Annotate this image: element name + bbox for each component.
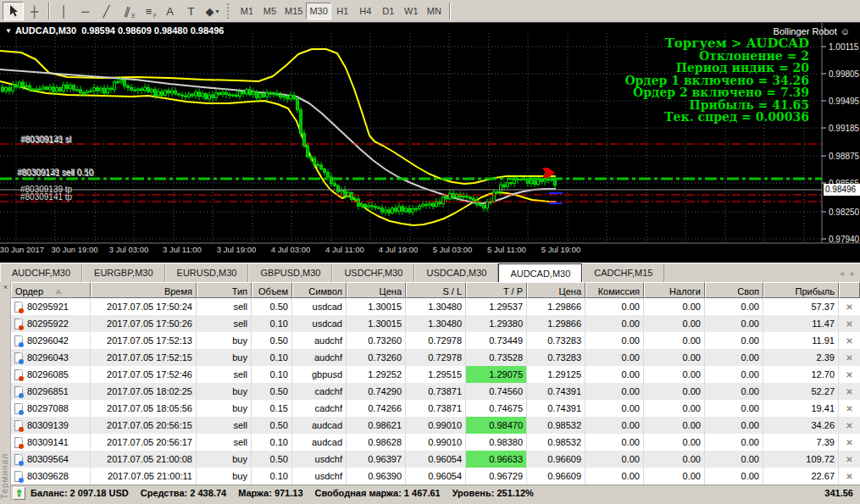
terminal-close-button[interactable]: × xyxy=(1,283,10,292)
close-order-button[interactable]: ✕ xyxy=(839,315,860,332)
chart-tab-gbpusd-m30[interactable]: GBPUSD,M30 xyxy=(248,263,332,282)
cell-taxes: 0.00 xyxy=(644,383,705,400)
close-order-button[interactable]: ✕ xyxy=(839,349,860,366)
cell-price: 0.98621 xyxy=(347,417,406,434)
ea-annotation-line: Торгуем > AUDCAD xyxy=(624,37,809,50)
timeframe-m15-button[interactable]: M15 xyxy=(281,3,306,19)
cursor-button[interactable] xyxy=(3,2,24,20)
column-header-sl[interactable]: S / L xyxy=(406,282,466,298)
cell-symbol: usdchf xyxy=(292,468,347,485)
order-row-80296085[interactable]: 802960852017.07.05 17:52:46sell0.10gbpus… xyxy=(11,366,860,383)
column-header-label: Цена xyxy=(380,286,402,296)
cell-swap: 0.00 xyxy=(705,332,763,349)
trendline-icon: ╱ xyxy=(103,5,110,18)
text-button[interactable]: A xyxy=(159,2,180,20)
close-order-button[interactable]: ✕ xyxy=(839,332,860,349)
cell-tp: 0.73528 xyxy=(466,349,527,366)
chart-tab-eurgbp-m30[interactable]: EURGBP,M30 xyxy=(82,263,165,282)
smiley-icon: ☺ xyxy=(841,26,850,36)
order-row-80296043[interactable]: 802960432017.07.05 17:52:15buy0.10audchf… xyxy=(11,349,860,366)
order-row-80309628[interactable]: 803096282017.07.05 21:00:11buy0.10usdchf… xyxy=(11,468,860,485)
tab-scroll-left-button[interactable]: ◂ xyxy=(840,269,844,278)
chart-tab-cadchf-m15[interactable]: CADCHF,M15 xyxy=(582,263,664,282)
order-row-80309139[interactable]: 803091392017.07.05 20:56:15sell0.50audca… xyxy=(11,417,860,434)
column-header-time[interactable]: Время xyxy=(91,282,197,298)
chart-tab-audcad-m30[interactable]: AUDCAD,M30 xyxy=(498,263,582,282)
vertical-line-button[interactable]: │ xyxy=(53,2,75,20)
column-header-taxes[interactable]: Налоги xyxy=(644,282,705,298)
chart-tab-usdcad-m30[interactable]: USDCAD,M30 xyxy=(414,263,498,282)
collapse-icon[interactable]: ▼ xyxy=(5,27,12,35)
timeframe-w1-button[interactable]: W1 xyxy=(400,3,423,19)
close-order-button[interactable]: ✕ xyxy=(839,434,860,451)
order-number: 80309564 xyxy=(27,454,69,464)
cell-swap: 0.00 xyxy=(705,383,763,400)
time-axis-label: 30 Jun 2017 xyxy=(0,245,44,254)
column-header-swap[interactable]: Своп xyxy=(705,282,763,298)
text-icon: A xyxy=(166,5,174,18)
column-header-tp[interactable]: T / P xyxy=(466,282,527,298)
column-header-profit[interactable]: Прибыль xyxy=(763,282,839,298)
cell-price2: 0.96609 xyxy=(527,451,585,468)
timeframe-d1-button[interactable]: D1 xyxy=(377,3,400,19)
horizontal-line-button[interactable]: ─ xyxy=(75,2,96,20)
order-row-80296042[interactable]: 802960422017.07.05 17:52:13buy0.50audchf… xyxy=(11,332,860,349)
column-header-order[interactable]: Ордер xyxy=(11,282,91,298)
fibonacci-button[interactable]: ≡F xyxy=(138,2,159,20)
chart-tab-usdchf-m30[interactable]: USDCHF,M30 xyxy=(332,263,414,282)
equidistant-channel-button[interactable]: ∥E xyxy=(117,2,138,20)
order-row-80295922[interactable]: 802959222017.07.05 17:50:26sell0.10usdca… xyxy=(11,315,860,332)
order-row-80295921[interactable]: 802959212017.07.05 17:50:24sell0.50usdca… xyxy=(11,298,860,315)
cell-tp: 0.96633 xyxy=(466,451,527,468)
cell-symbol: gbpusd xyxy=(292,366,347,383)
column-header-price[interactable]: Цена xyxy=(347,282,406,298)
order-row-80309141[interactable]: 803091412017.07.05 20:56:17sell0.10audca… xyxy=(11,434,860,451)
order-number: 80296043 xyxy=(27,352,69,363)
crosshair-button[interactable]: ┼ xyxy=(24,2,45,20)
text-label-button[interactable]: T xyxy=(180,2,202,20)
column-header-type[interactable]: Тип xyxy=(197,282,252,298)
order-row-80309564[interactable]: 803095642017.07.05 21:00:08buy0.50usdchf… xyxy=(11,451,860,468)
tab-scroll-right-button[interactable]: ▸ xyxy=(851,269,855,278)
cell-order: 80295922 xyxy=(11,315,91,332)
trendline-button[interactable]: ╱ xyxy=(96,2,117,20)
close-order-button[interactable]: ✕ xyxy=(839,366,860,383)
cell-taxes: 0.00 xyxy=(644,417,705,434)
cell-price2: 0.73283 xyxy=(527,349,585,366)
cell-price2: 1.29125 xyxy=(527,366,585,383)
cell-taxes: 0.00 xyxy=(644,366,705,383)
timeframe-m1-button[interactable]: M1 xyxy=(236,3,258,19)
order-row-80296851[interactable]: 802968512017.07.05 18:02:25buy0.50cadchf… xyxy=(11,383,860,400)
close-order-button[interactable]: ✕ xyxy=(839,417,860,434)
trade-line-label: #80309141 tp xyxy=(20,192,72,202)
column-header-price2[interactable]: Цена xyxy=(527,282,585,298)
close-order-button[interactable]: ✕ xyxy=(839,400,860,417)
dropdown-arrow-icon[interactable]: ▾ xyxy=(215,8,219,15)
close-order-button[interactable]: ✕ xyxy=(839,383,860,400)
timeframe-mn-button[interactable]: MN xyxy=(423,3,446,19)
cell-profit: 2.39 xyxy=(763,349,839,366)
cell-volume: 0.50 xyxy=(252,383,292,400)
column-header-symbol[interactable]: Символ xyxy=(292,282,347,298)
column-header-commission[interactable]: Комиссия xyxy=(585,282,644,298)
order-row-80297088[interactable]: 802970882017.07.05 18:05:56buy0.15cadchf… xyxy=(11,400,860,417)
close-order-button[interactable]: ✕ xyxy=(839,298,860,315)
close-order-button[interactable]: ✕ xyxy=(839,468,860,485)
chart-area[interactable]: ▼AUDCAD,M30 0.98594 0.98609 0.98480 0.98… xyxy=(0,23,860,263)
cell-sl: 1.29515 xyxy=(406,366,466,383)
timeframe-h1-button[interactable]: H1 xyxy=(331,3,354,19)
chart-tab-audchf-m30[interactable]: AUDCHF,M30 xyxy=(0,263,82,282)
arrow-objects-button[interactable]: ◆▾ xyxy=(202,2,223,20)
cell-price: 0.74266 xyxy=(347,400,406,417)
column-header-volume[interactable]: Объем xyxy=(252,282,292,298)
cell-taxes: 0.00 xyxy=(644,298,705,315)
cell-sl: 0.96054 xyxy=(406,468,466,485)
column-header-close[interactable] xyxy=(839,282,860,298)
timeframe-m30-button[interactable]: M30 xyxy=(306,3,330,19)
close-order-button[interactable]: ✕ xyxy=(839,451,860,468)
toolbar-grip[interactable] xyxy=(227,3,231,19)
chart-tab-eurusd-m30[interactable]: EURUSD,M30 xyxy=(165,263,249,282)
timeframe-h4-button[interactable]: H4 xyxy=(354,3,377,19)
buy-order-icon xyxy=(14,335,23,346)
timeframe-m5-button[interactable]: M5 xyxy=(258,3,281,19)
